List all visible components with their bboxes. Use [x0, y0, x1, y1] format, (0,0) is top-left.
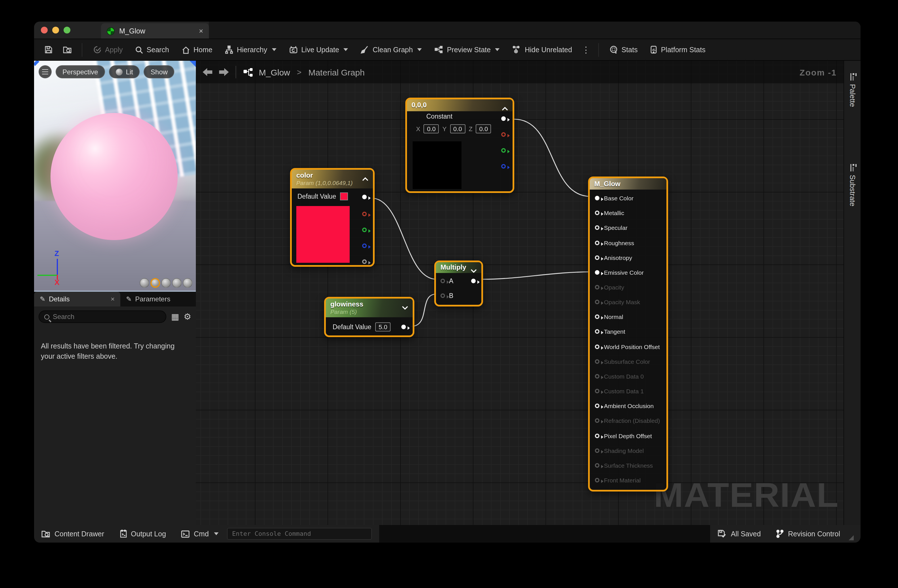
- search-button[interactable]: Search: [130, 42, 174, 58]
- tab-palette[interactable]: Palette: [844, 73, 861, 107]
- live-update-button[interactable]: Live Update: [283, 42, 353, 58]
- input-pin-b[interactable]: [440, 293, 445, 298]
- show-menu-button[interactable]: Show: [144, 65, 175, 78]
- node-constant-000[interactable]: 0,0,0 Constant X Y Z: [405, 98, 514, 193]
- asset-tab-close-icon[interactable]: ×: [199, 27, 203, 35]
- input-pin[interactable]: [595, 315, 600, 319]
- glowiness-value-input[interactable]: [375, 322, 391, 332]
- stats-button[interactable]: Stats: [604, 42, 643, 58]
- node-material-result[interactable]: M_Glow Base Color Metallic Specular Roug…: [588, 177, 668, 491]
- input-pin[interactable]: [595, 196, 600, 200]
- input-pin[interactable]: [595, 478, 600, 482]
- zoom-window-button[interactable]: [63, 27, 71, 34]
- output-pin-value[interactable]: [401, 325, 406, 329]
- back-button[interactable]: [203, 68, 213, 76]
- pin-row-custom-data-1[interactable]: Custom Data 1: [590, 384, 666, 398]
- pin-row-pixel-depth-offset[interactable]: Pixel Depth Offset: [590, 428, 666, 443]
- expand-chevron-icon[interactable]: [471, 265, 477, 275]
- z-value-input[interactable]: [476, 124, 491, 134]
- input-pin[interactable]: [595, 255, 600, 259]
- tab-details[interactable]: ✎ Details ×: [34, 292, 120, 307]
- input-pin[interactable]: [595, 448, 600, 453]
- viewport-menu-button[interactable]: [38, 65, 52, 78]
- node-header[interactable]: Multiply: [436, 262, 481, 273]
- pin-row-subsurface-color[interactable]: Subsurface Color: [590, 354, 666, 368]
- home-button[interactable]: Home: [177, 42, 218, 58]
- lit-mode-button[interactable]: Lit: [109, 65, 140, 78]
- input-pin[interactable]: [595, 330, 600, 334]
- window-resize-grip[interactable]: [849, 535, 854, 540]
- pin-row-surface-thickness[interactable]: Surface Thickness: [590, 458, 666, 473]
- input-pin[interactable]: [595, 359, 600, 364]
- output-pin-result[interactable]: [471, 279, 476, 283]
- breadcrumb-asset[interactable]: M_Glow: [259, 67, 290, 77]
- node-header[interactable]: color Param (1,0,0.0649,1): [292, 170, 373, 189]
- revision-control-button[interactable]: Revision Control: [769, 525, 847, 543]
- pin-row-roughness[interactable]: Roughness: [590, 235, 666, 250]
- pin-row-world-position-offset[interactable]: World Position Offset: [590, 339, 666, 354]
- output-pin-rgb[interactable]: [362, 195, 367, 199]
- pin-row-metallic[interactable]: Metallic: [590, 206, 666, 220]
- pin-row-shading-model[interactable]: Shading Model: [590, 443, 666, 458]
- console-command-input[interactable]: [227, 528, 372, 540]
- input-pin[interactable]: [595, 389, 600, 393]
- input-pin[interactable]: [595, 300, 600, 304]
- y-value-input[interactable]: [450, 124, 465, 134]
- output-pin-b[interactable]: [501, 164, 506, 169]
- node-multiply[interactable]: Multiply A B: [434, 261, 483, 307]
- pin-row-opacity-mask[interactable]: Opacity Mask: [590, 295, 666, 309]
- material-graph-canvas[interactable]: M_Glow > Material Graph Zoom -1 Palette …: [196, 61, 861, 525]
- output-pin-g[interactable]: [362, 227, 367, 232]
- hide-unrelated-button[interactable]: Hide Unrelated: [507, 42, 577, 58]
- node-header[interactable]: glowiness Param (5): [326, 299, 413, 317]
- pin-row-normal[interactable]: Normal: [590, 310, 666, 324]
- input-pin[interactable]: [595, 210, 600, 215]
- settings-gear-icon[interactable]: ⚙: [184, 312, 191, 322]
- asset-tab[interactable]: M_Glow ×: [101, 23, 209, 38]
- input-pin[interactable]: [595, 240, 600, 245]
- node-header[interactable]: M_Glow: [590, 178, 666, 190]
- tab-parameters[interactable]: ✎ Parameters: [120, 292, 196, 307]
- pin-row-refraction[interactable]: Refraction (Disabled): [590, 413, 666, 428]
- input-pin[interactable]: [595, 433, 600, 438]
- expand-chevron-icon[interactable]: [402, 302, 408, 312]
- pin-row-ambient-occlusion[interactable]: Ambient Occlusion: [590, 398, 666, 413]
- tab-substrate[interactable]: Substrate: [844, 164, 861, 206]
- material-preview-viewport[interactable]: Perspective Lit Show Z Y X: [34, 61, 196, 290]
- pin-row-emissive-color[interactable]: Emissive Color: [590, 265, 666, 280]
- node-glowiness-param[interactable]: glowiness Param (5) Default Value: [324, 297, 414, 337]
- output-pin-b[interactable]: [362, 244, 367, 248]
- all-saved-status[interactable]: All Saved: [710, 525, 768, 543]
- input-pin-a[interactable]: [440, 279, 445, 283]
- apply-button[interactable]: Apply: [88, 42, 128, 58]
- breadcrumb-page[interactable]: Material Graph: [308, 67, 364, 77]
- input-pin[interactable]: [595, 270, 600, 275]
- content-drawer-button[interactable]: Content Drawer: [34, 525, 112, 543]
- forward-button[interactable]: [218, 68, 229, 76]
- color-swatch[interactable]: [340, 192, 348, 200]
- output-log-button[interactable]: Output Log: [112, 525, 174, 543]
- display-filter-icon[interactable]: ▦: [171, 312, 179, 322]
- cmd-selector[interactable]: Cmd: [174, 525, 226, 543]
- platform-stats-button[interactable]: Platform Stats: [645, 42, 711, 58]
- output-pin-rgb[interactable]: [501, 116, 506, 121]
- output-pin-a[interactable]: [362, 259, 367, 264]
- pin-row-anisotropy[interactable]: Anisotropy: [590, 250, 666, 265]
- input-pin[interactable]: [595, 226, 600, 230]
- node-color-param[interactable]: color Param (1,0,0.0649,1) Default Value: [290, 168, 375, 267]
- output-pin-g[interactable]: [501, 148, 506, 153]
- collapse-chevron-icon[interactable]: [362, 173, 368, 183]
- output-pin-r[interactable]: [362, 212, 367, 216]
- pin-row-opacity[interactable]: Opacity: [590, 280, 666, 295]
- clean-graph-button[interactable]: Clean Graph: [356, 42, 427, 58]
- input-pin[interactable]: [595, 463, 600, 468]
- perspective-button[interactable]: Perspective: [55, 65, 105, 78]
- input-pin[interactable]: [595, 374, 600, 379]
- pin-row-custom-data-0[interactable]: Custom Data 0: [590, 369, 666, 384]
- pin-row-base-color[interactable]: Base Color: [590, 191, 666, 206]
- pin-row-specular[interactable]: Specular: [590, 221, 666, 235]
- details-search-input[interactable]: [53, 313, 161, 321]
- input-pin[interactable]: [595, 419, 600, 423]
- input-pin[interactable]: [595, 285, 600, 289]
- input-pin[interactable]: [595, 404, 600, 408]
